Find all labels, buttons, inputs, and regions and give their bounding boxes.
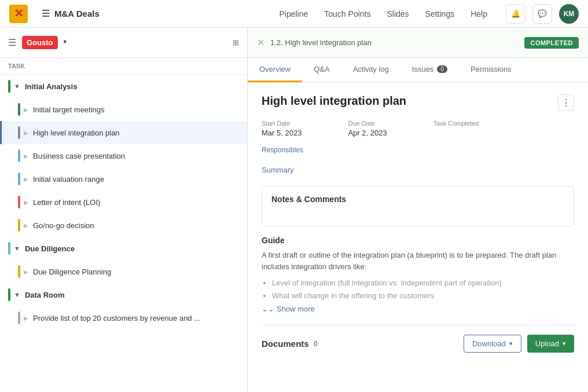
hamburger-icon[interactable]: ☰: [42, 8, 50, 19]
group-color-bar: [8, 80, 10, 93]
task-color-bar: [18, 149, 20, 162]
task-item-valuation[interactable]: ▶ Initial valuation range: [0, 167, 247, 190]
main-layout: ☰ Gousto * ⊞ Task ▼ Initial Analysis ▶ I…: [0, 28, 588, 392]
task-label: Initial valuation range: [33, 175, 104, 184]
task-item-dd-planning[interactable]: ▶ Due Diligence Planning: [0, 260, 247, 283]
responsibles-link[interactable]: Responsibles: [262, 146, 303, 154]
app-menu-title[interactable]: ☰ M&A Deals: [42, 8, 100, 19]
issues-badge: 0: [437, 65, 447, 73]
tab-overview[interactable]: Overview: [248, 58, 302, 82]
tab-permissions[interactable]: Permissions: [459, 58, 523, 82]
download-button[interactable]: Download ▾: [464, 335, 521, 353]
svg-text:✕: ✕: [14, 7, 24, 20]
group-chevron-icon: ▼: [14, 245, 20, 252]
chat-button[interactable]: 💬: [532, 4, 552, 24]
app-title: M&A Deals: [54, 9, 100, 19]
task-color-bar: [18, 312, 20, 324]
download-chevron-icon: ▾: [509, 340, 513, 347]
upload-label: Upload: [535, 339, 559, 348]
summary-section: Summary: [262, 166, 574, 174]
guide-section: Guide A first draft or outline of the in…: [262, 236, 574, 313]
panel-content: High level integration plan ⋮ Start Date…: [248, 83, 588, 392]
start-date-field: Start Date Mar 5, 2023: [262, 120, 302, 137]
nav-help[interactable]: Help: [471, 9, 487, 19]
guide-list-item-2: What will change in the offering to the …: [272, 290, 574, 302]
group-color-bar: [8, 288, 10, 301]
chevron-down-icon: ⌄⌄: [262, 305, 274, 313]
app-logo[interactable]: ✕: [9, 5, 28, 23]
show-more-label: Show more: [277, 305, 315, 313]
task-group-header-due-diligence[interactable]: ▼ Due Diligence: [0, 237, 247, 260]
task-color-bar: [18, 173, 20, 185]
task-item-customers[interactable]: ▶ Provide list of top 20 customers by re…: [0, 306, 247, 329]
sidebar: ☰ Gousto * ⊞ Task ▼ Initial Analysis ▶ I…: [0, 28, 248, 392]
tab-issues[interactable]: Issues 0: [400, 58, 459, 82]
sidebar-hamburger-icon[interactable]: ☰: [8, 37, 16, 48]
panel-header: ✕ 1.2. High level integration plan COMPL…: [248, 28, 588, 58]
notification-button[interactable]: 🔔: [506, 4, 525, 24]
task-group-header-data-room[interactable]: ▼ Data Room: [0, 283, 247, 306]
task-item-business-case[interactable]: ▶ Business case presentation: [0, 144, 247, 167]
more-options-button[interactable]: ⋮: [558, 94, 574, 111]
download-label: Download: [472, 339, 506, 348]
summary-link[interactable]: Summary: [262, 166, 294, 174]
meta-row: Start Date Mar 5, 2023 Due Date Apr 2, 2…: [262, 120, 574, 137]
due-date-field: Due Date Apr 2, 2023: [348, 120, 387, 137]
task-chevron-icon: ▶: [24, 269, 28, 275]
panel-close-icon[interactable]: ✕: [257, 37, 264, 48]
notes-section: Notes & Comments: [262, 186, 574, 226]
upload-button[interactable]: Upload ▾: [527, 335, 574, 353]
task-item-gonogo[interactable]: ▶ Go/no-go decision: [0, 214, 247, 237]
task-label: High level integration plan: [33, 129, 120, 137]
task-item-high-level[interactable]: ▶ High level integration plan: [0, 121, 247, 144]
sidebar-col-header: Task: [0, 58, 247, 75]
group-label: Initial Analysis: [25, 82, 78, 91]
guide-title: Guide: [262, 236, 574, 245]
panel-breadcrumb: 1.2. High level integration plan: [270, 38, 524, 47]
nav-settings[interactable]: Settings: [425, 9, 455, 19]
task-label: Initial target meetings: [33, 105, 105, 114]
guide-list: Level of integration (full integration v…: [262, 277, 574, 302]
nav-touchpoints[interactable]: Touch Points: [324, 9, 370, 19]
sidebar-expand-icon[interactable]: ⊞: [233, 38, 239, 47]
task-label: Due Diligence Planning: [33, 268, 111, 276]
task-label: Business case presentation: [33, 152, 125, 160]
notes-title: Notes & Comments: [271, 195, 564, 204]
task-group-initial-analysis: ▼ Initial Analysis ▶ Initial target meet…: [0, 75, 247, 237]
task-label: Provide list of top 20 customers by reve…: [33, 314, 200, 323]
panel-tabs: Overview Q&A Activity log Issues 0 Permi…: [248, 58, 588, 83]
right-panel: ✕ 1.2. High level integration plan COMPL…: [248, 28, 588, 392]
guide-text: A first draft or outline of the integrat…: [262, 250, 574, 272]
task-item-loi[interactable]: ▶ Letter of intent (LOI): [0, 190, 247, 214]
task-group-due-diligence: ▼ Due Diligence ▶ Due Diligence Planning: [0, 237, 247, 283]
nav-links: Pipeline Touch Points Slides Settings He…: [279, 9, 487, 19]
task-chevron-icon: ▶: [24, 315, 28, 321]
task-label: Letter of intent (LOI): [33, 198, 100, 207]
task-chevron-icon: ▶: [24, 130, 28, 136]
task-chevron-icon: ▶: [24, 153, 28, 159]
completed-badge: COMPLETED: [524, 37, 579, 49]
user-avatar[interactable]: KM: [559, 4, 579, 24]
start-date-value: Mar 5, 2023: [262, 129, 302, 137]
tab-qa[interactable]: Q&A: [302, 58, 341, 82]
sidebar-brand: Gousto: [22, 36, 58, 49]
panel-title-row: High level integration plan ⋮: [262, 94, 574, 111]
task-color-bar: [18, 219, 20, 232]
task-color-bar: [18, 103, 20, 116]
task-completed-field: Task Completed: [433, 120, 479, 137]
task-item-initial-target[interactable]: ▶ Initial target meetings: [0, 98, 247, 121]
task-group-header-initial-analysis[interactable]: ▼ Initial Analysis: [0, 75, 247, 98]
nav-slides[interactable]: Slides: [387, 9, 409, 19]
group-chevron-icon: ▼: [14, 83, 20, 90]
due-date-value: Apr 2, 2023: [348, 129, 387, 137]
documents-count: 0: [314, 339, 318, 348]
responsibles-row: Responsibles: [262, 145, 574, 154]
task-color-bar: [18, 126, 20, 139]
task-color-bar: [18, 265, 20, 278]
task-color-bar: [18, 196, 20, 208]
task-group-data-room: ▼ Data Room ▶ Provide list of top 20 cus…: [0, 283, 247, 329]
upload-chevron-icon: ▾: [563, 340, 566, 347]
tab-activity-log[interactable]: Activity log: [341, 58, 400, 82]
show-more-button[interactable]: ⌄⌄ Show more: [262, 305, 574, 313]
nav-pipeline[interactable]: Pipeline: [279, 9, 308, 19]
